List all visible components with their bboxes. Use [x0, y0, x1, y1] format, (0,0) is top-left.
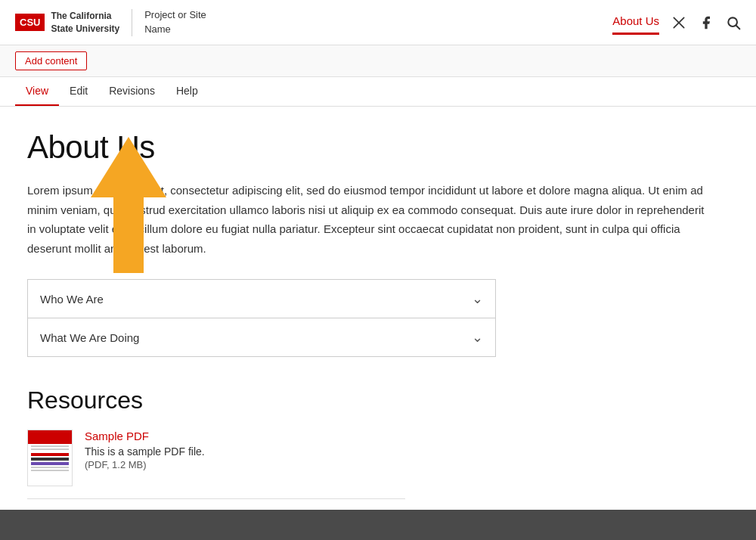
site-name: Project or Site Name: [144, 8, 206, 36]
resource-info: Sample PDF This is a sample PDF file. (P…: [85, 430, 405, 470]
resource-meta: (PDF, 1.2 MB): [85, 459, 405, 470]
svg-line-1: [736, 25, 740, 29]
pdf-stripe-red: [28, 430, 72, 444]
accordion-label-2: What We Are Doing: [40, 331, 139, 344]
accordion-header-1[interactable]: Who We Are ⌄: [28, 280, 495, 318]
resource-description: This is a sample PDF file.: [85, 445, 405, 458]
x-social-icon[interactable]: [671, 15, 686, 30]
csu-box-text: CSU: [15, 14, 45, 32]
resource-item: Sample PDF This is a sample PDF file. (P…: [27, 430, 405, 499]
tab-edit[interactable]: Edit: [59, 77, 98, 106]
header-left: CSU The California State University Proj…: [15, 8, 206, 36]
header-divider: [132, 9, 132, 36]
csu-tagline-line2: State University: [51, 23, 119, 36]
accordion-arrow-2: ⌄: [472, 329, 483, 346]
tab-view[interactable]: View: [15, 77, 59, 106]
header-right: About Us: [612, 14, 741, 30]
accordion: Who We Are ⌄ What We Are Doing ⌄: [27, 279, 496, 357]
tab-revisions[interactable]: Revisions: [98, 77, 166, 106]
page-title: About Us: [27, 129, 711, 166]
csu-tagline-line1: The California: [51, 10, 119, 23]
tab-help[interactable]: Help: [166, 77, 209, 106]
pdf-thumbnail: [27, 430, 73, 486]
nav-about-link[interactable]: About Us: [612, 14, 659, 30]
add-content-button[interactable]: Add content: [15, 51, 87, 70]
body-text: Lorem ipsum dolor sit amet, consectetur …: [27, 181, 708, 258]
footer: [0, 510, 756, 540]
accordion-item-1: Who We Are ⌄: [27, 279, 496, 318]
resource-link[interactable]: Sample PDF: [85, 430, 405, 442]
csu-logo: CSU The California State University: [15, 10, 119, 36]
admin-bar: Add content: [0, 45, 756, 77]
csu-tagline: The California State University: [51, 10, 119, 36]
tabs-nav: View Edit Revisions Help: [0, 77, 756, 107]
main-content: About Us Lorem ipsum dolor sit amet, con…: [0, 107, 726, 540]
accordion-item-2: What We Are Doing ⌄: [27, 318, 496, 357]
accordion-header-2[interactable]: What We Are Doing ⌄: [28, 318, 495, 356]
resources-heading: Resources: [27, 386, 405, 414]
accordion-arrow-1: ⌄: [472, 290, 483, 307]
header: CSU The California State University Proj…: [0, 0, 756, 45]
facebook-icon[interactable]: [699, 15, 714, 30]
resources-section: Resources Sample PDF This is a sample PD…: [27, 386, 405, 523]
accordion-label-1: Who We Are: [40, 293, 104, 306]
search-icon[interactable]: [726, 15, 741, 30]
